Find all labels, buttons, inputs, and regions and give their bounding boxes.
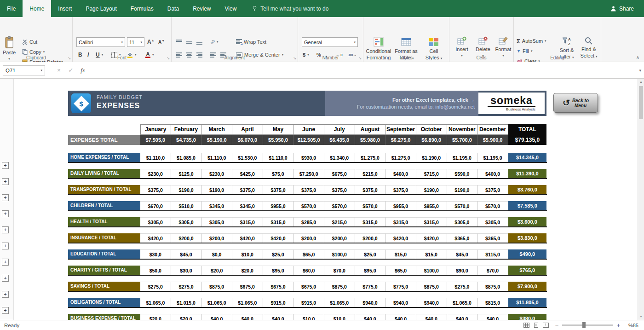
expenses-total-value-cell[interactable]: $6.070,0 (232, 135, 263, 145)
value-cell[interactable]: $940,0 (355, 298, 386, 307)
tab-data[interactable]: Data (161, 0, 186, 17)
wrap-text-button[interactable]: ↵ Wrap Text (236, 37, 266, 46)
value-cell[interactable]: $20,0 (140, 314, 171, 320)
worksheet-area[interactable]: $ FAMILY BUDGET EXPENSES For other Excel… (0, 79, 638, 320)
total-header-cell[interactable]: TOTAL (508, 124, 546, 135)
category-total-cell[interactable]: $11.390,0 (508, 169, 546, 178)
value-cell[interactable]: $1.015,0 (171, 298, 202, 307)
value-cell[interactable]: $1.530,0 (232, 153, 263, 162)
value-cell[interactable]: $30,0 (171, 266, 202, 275)
value-cell[interactable]: $40,0 (355, 314, 386, 320)
category-total-cell[interactable]: $7.900,0 (508, 282, 546, 291)
value-cell[interactable]: $955,0 (416, 201, 447, 210)
value-cell[interactable]: $25,0 (263, 249, 294, 259)
tab-home[interactable]: Home (23, 0, 51, 17)
font-name-combo[interactable]: Calibri▾ (76, 37, 125, 47)
value-cell[interactable]: $365,0 (477, 233, 508, 243)
value-cell[interactable]: $40,0 (416, 314, 447, 320)
shrink-font-button[interactable]: A▼ (158, 37, 165, 46)
value-cell[interactable]: $315,0 (355, 217, 386, 226)
value-cell[interactable]: $65,0 (385, 266, 416, 275)
value-cell[interactable]: $570,0 (477, 201, 508, 210)
cancel-formula-button[interactable]: × (53, 67, 65, 74)
value-cell[interactable]: $315,0 (263, 217, 294, 226)
value-cell[interactable]: $915,0 (263, 298, 294, 307)
value-cell[interactable]: $345,0 (201, 201, 232, 210)
value-cell[interactable]: $305,0 (140, 217, 171, 226)
value-cell[interactable]: $875,0 (477, 282, 508, 291)
value-cell[interactable]: $15,0 (416, 249, 447, 259)
value-cell[interactable]: $425,0 (232, 169, 263, 178)
value-cell[interactable]: $875,0 (416, 282, 447, 291)
fill-button[interactable]: ▼ Fill ▾ (517, 46, 533, 56)
expenses-total-label[interactable]: EXPENSES TOTAL (68, 135, 140, 145)
zoom-in-button[interactable]: + (616, 322, 620, 329)
value-cell[interactable]: $215,0 (324, 217, 355, 226)
value-cell[interactable]: $1.275,0 (385, 153, 416, 162)
category-label-cell[interactable]: SAVINGS / TOTAL (68, 282, 140, 291)
value-cell[interactable]: $65,0 (293, 249, 324, 259)
value-cell[interactable]: $15,0 (385, 249, 416, 259)
category-label-cell[interactable]: EDUCATION / TOTAL (68, 249, 140, 259)
enter-formula-button[interactable]: ✓ (65, 67, 77, 74)
month-header-cell[interactable]: June (293, 124, 324, 135)
value-cell[interactable]: $675,0 (324, 169, 355, 178)
month-header-cell[interactable]: July (324, 124, 355, 135)
value-cell[interactable]: $420,0 (232, 233, 263, 243)
value-cell[interactable]: $275,0 (140, 282, 171, 291)
share-button[interactable]: Share (610, 0, 644, 17)
value-cell[interactable]: $315,0 (416, 217, 447, 226)
value-cell[interactable]: $930,0 (293, 153, 324, 162)
value-cell[interactable]: $200,0 (171, 233, 202, 243)
category-total-cell[interactable]: $3.830,0 (508, 233, 546, 243)
value-cell[interactable]: $375,0 (477, 185, 508, 194)
expenses-total-value-cell[interactable]: $6.890,0 (416, 135, 447, 145)
value-cell[interactable]: $775,0 (355, 282, 386, 291)
category-total-cell[interactable]: $3.600,0 (508, 217, 546, 226)
outline-expand-button[interactable]: + (2, 275, 9, 282)
value-cell[interactable]: $375,0 (355, 185, 386, 194)
outline-expand-button[interactable]: + (2, 178, 9, 185)
month-header-cell[interactable]: February (171, 124, 202, 135)
value-cell[interactable]: $1.275,0 (355, 153, 386, 162)
value-cell[interactable]: $420,0 (263, 233, 294, 243)
value-cell[interactable]: $420,0 (385, 233, 416, 243)
month-header-cell[interactable]: December (477, 124, 508, 135)
value-cell[interactable]: $215,0 (355, 169, 386, 178)
category-label-cell[interactable]: OBLIGATIONS / TOTAL (68, 298, 140, 307)
value-cell[interactable]: $510,0 (171, 201, 202, 210)
value-cell[interactable]: $40,0 (232, 314, 263, 320)
value-cell[interactable]: $1.340,0 (324, 153, 355, 162)
outline-expand-button[interactable]: + (2, 162, 9, 169)
number-dialog-launcher[interactable]: ↘ (358, 56, 362, 60)
value-cell[interactable]: $200,0 (293, 233, 324, 243)
value-cell[interactable]: $570,0 (324, 201, 355, 210)
value-cell[interactable]: $955,0 (385, 201, 416, 210)
expenses-grand-total-cell[interactable]: $79.135,0 (508, 135, 546, 145)
value-cell[interactable]: $40,0 (201, 314, 232, 320)
value-cell[interactable]: $775,0 (385, 282, 416, 291)
outline-expand-button[interactable]: + (2, 307, 9, 314)
value-cell[interactable]: $70,0 (324, 266, 355, 275)
value-cell[interactable]: $20,0 (171, 314, 202, 320)
value-cell[interactable]: $1.065,0 (140, 298, 171, 307)
tab-formulas[interactable]: Formulas (124, 0, 161, 17)
formula-input[interactable] (92, 65, 636, 75)
value-cell[interactable]: $1.195,0 (477, 153, 508, 162)
outline-expand-button[interactable]: + (2, 291, 9, 298)
month-header-cell[interactable]: September (385, 124, 416, 135)
value-cell[interactable]: $1.065,0 (324, 298, 355, 307)
category-label-cell[interactable]: HEALTH / TOTAL (68, 217, 140, 226)
value-cell[interactable]: $365,0 (447, 233, 478, 243)
value-cell[interactable]: $45,0 (447, 249, 478, 259)
insert-function-button[interactable]: fx (77, 67, 89, 74)
zoom-out-button[interactable]: − (555, 322, 559, 329)
value-cell[interactable]: $305,0 (201, 217, 232, 226)
value-cell[interactable]: $75,0 (263, 169, 294, 178)
page-layout-view-icon[interactable] (533, 323, 539, 328)
value-cell[interactable]: $1.110,0 (140, 153, 171, 162)
tab-view[interactable]: View (218, 0, 244, 17)
category-total-cell[interactable]: $3.760,0 (508, 185, 546, 194)
value-cell[interactable]: $570,0 (447, 201, 478, 210)
value-cell[interactable]: $915,0 (293, 298, 324, 307)
